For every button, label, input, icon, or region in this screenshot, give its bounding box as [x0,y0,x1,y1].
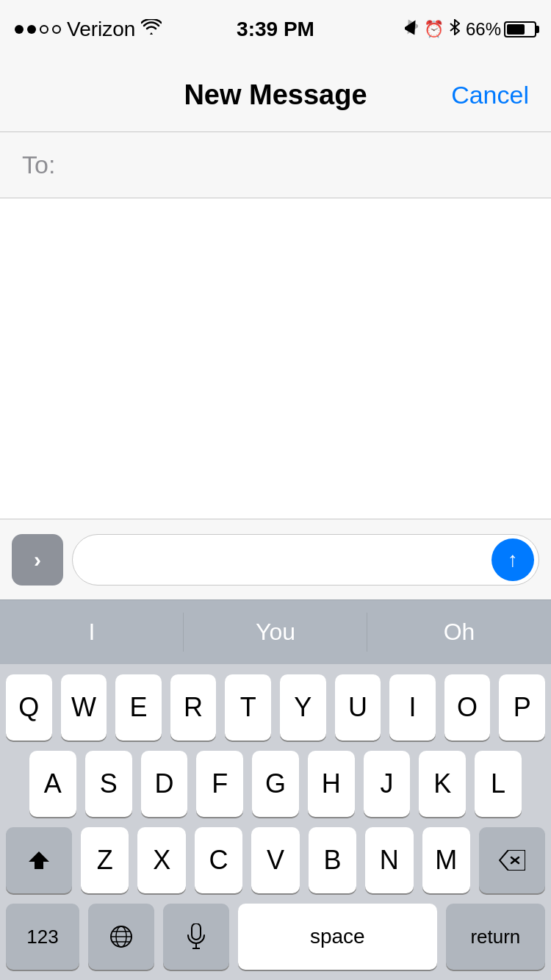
key-l[interactable]: L [475,751,522,817]
message-input-container: ↑ [72,534,539,586]
keyboard-row-1: Q W E R T Y U I O P [0,664,551,741]
key-r[interactable]: R [170,674,217,741]
alarm-icon: ⏰ [424,20,444,39]
message-content-area [0,198,551,519]
nav-title: New Message [184,79,367,111]
send-icon: ↑ [508,548,518,572]
key-d[interactable]: D [141,751,188,817]
key-m[interactable]: M [422,827,470,893]
key-f[interactable]: F [196,751,243,817]
numbers-key[interactable]: 123 [6,904,79,970]
return-key[interactable]: return [446,904,545,970]
input-toolbar: › ↑ [0,519,551,599]
battery-percent: 66% [466,19,501,40]
status-bar: Verizon 3:39 PM ⏰ [0,0,551,59]
autocomplete-bar: I You Oh [0,599,551,664]
key-b[interactable]: B [309,827,356,893]
key-v[interactable]: V [251,827,299,893]
autocomplete-item-oh[interactable]: Oh [367,600,551,664]
signal-dot-4 [52,25,61,34]
key-x[interactable]: X [137,827,185,893]
key-z[interactable]: Z [81,827,129,893]
key-j[interactable]: J [364,751,411,817]
autocomplete-label-oh: Oh [444,619,475,646]
space-key[interactable]: space [238,904,437,970]
key-y[interactable]: Y [280,674,326,741]
status-left: Verizon [15,18,162,41]
expand-button[interactable]: › [12,534,63,586]
send-button[interactable]: ↑ [491,538,534,581]
battery-icon [504,21,536,37]
battery-fill [507,24,525,35]
autocomplete-label-i: I [89,619,96,646]
key-q[interactable]: Q [6,674,52,741]
status-right: ⏰ 66% [405,19,536,40]
signal-dot-1 [15,25,24,34]
key-a[interactable]: A [29,751,76,817]
key-e[interactable]: E [115,674,162,741]
svg-rect-5 [192,923,201,940]
key-g[interactable]: G [252,751,299,817]
key-t[interactable]: T [225,674,271,741]
message-input[interactable] [90,547,487,572]
cancel-button[interactable]: Cancel [451,81,529,109]
signal-dots [15,25,61,34]
carrier-name: Verizon [67,18,135,41]
autocomplete-item-i[interactable]: I [0,600,184,664]
key-p[interactable]: P [499,674,545,741]
nav-bar: New Message Cancel [0,59,551,132]
key-n[interactable]: N [365,827,413,893]
key-c[interactable]: C [195,827,242,893]
key-o[interactable]: O [444,674,491,741]
keyboard-row-2: A S D F G H J K L [0,741,551,817]
keyboard-row-3: Z X C V B N M [0,817,551,893]
battery-container: 66% [466,19,536,40]
key-h[interactable]: H [308,751,355,817]
key-w[interactable]: W [61,674,107,741]
signal-dot-3 [40,25,48,34]
delete-key[interactable] [479,827,545,893]
to-label: To: [22,151,55,179]
signal-dot-2 [27,25,36,34]
status-time: 3:39 PM [237,18,314,41]
autocomplete-item-you[interactable]: You [184,600,367,664]
to-field: To: [0,132,551,198]
keyboard: Q W E R T Y U I O P A S D F G H J K L [0,664,551,980]
bluetooth-icon [450,19,460,40]
location-icon [405,19,418,40]
globe-key[interactable] [88,904,154,970]
key-s[interactable]: S [85,751,132,817]
key-i[interactable]: I [389,674,436,741]
mic-key[interactable] [163,904,229,970]
expand-icon: › [34,547,41,572]
autocomplete-label-you: You [256,619,295,646]
recipient-input[interactable] [62,151,529,179]
shift-key[interactable] [6,827,72,893]
key-u[interactable]: U [335,674,381,741]
wifi-icon [141,19,162,40]
key-k[interactable]: K [419,751,466,817]
keyboard-row-4: 123 space return [0,893,551,980]
